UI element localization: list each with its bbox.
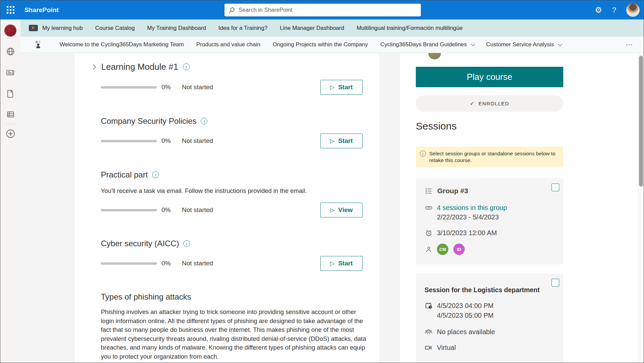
group-checkbox[interactable] [552, 184, 559, 191]
enrolled-button[interactable]: ✓ ENROLLED [416, 95, 563, 112]
nav-item-my-training-dashboard[interactable]: My Training Dashboard [147, 25, 206, 32]
progress-status: Not started [182, 260, 213, 267]
waffle-icon [7, 6, 14, 14]
sidebar-item-pages[interactable] [0, 89, 20, 98]
module-2-progress-row: 0% Not started ▷ Start [101, 134, 363, 148]
nav-item-multilingual-training[interactable]: Multilingual training/Formación multilin… [357, 25, 463, 32]
module-title: Company Security Policies [101, 116, 196, 126]
search-box[interactable] [224, 4, 421, 16]
group-date-range: 2/22/2023 - 5/4/2023 [437, 213, 555, 221]
module-description: You'll receive a task via email. Follow … [101, 187, 363, 196]
sessions-info-alert: Select session groups or standalone sess… [416, 147, 563, 167]
article-body: Phishing involves an attacker trying to … [101, 308, 366, 361]
module-title: Learning Module #1 [101, 62, 178, 72]
session-end: 4/5/2023 05:00 PM [437, 312, 555, 319]
module-4-progress-row: 0% Not started ▷ Start [101, 256, 363, 271]
session-checkbox[interactable] [552, 279, 559, 287]
mid-gutter [379, 53, 400, 363]
sidebar-item-lists[interactable] [0, 110, 20, 118]
progress-percent: 0% [162, 84, 182, 91]
help-icon[interactable]: ? [612, 6, 616, 14]
people-icon [425, 328, 433, 336]
calendar-clock-icon [425, 302, 433, 310]
module-3-header: Practical part [101, 169, 363, 181]
session-group-card: Group #3 4 sessions in this group 2/22/2… [416, 178, 563, 264]
nav-item-idea-for-a-training[interactable]: Idea for a Training? [218, 25, 267, 32]
sidebar-divider [4, 124, 17, 124]
play-icon: ▷ [330, 84, 334, 91]
module-4-header: Cyber security (AICC) [101, 238, 363, 250]
session-places: No places available [437, 328, 495, 336]
learning-hub-nav: My learning hub Course Catalog My Traini… [20, 19, 644, 37]
session-title: Session for the Logistics department [425, 286, 551, 294]
course-content-card: Learning Module #1 0% Not started ▷ Star… [75, 53, 379, 363]
group-list-icon [425, 187, 433, 195]
video-camera-icon [425, 344, 433, 352]
check-icon: ✓ [470, 100, 475, 107]
site-nav-products[interactable]: Products and value chain [196, 41, 260, 48]
site-nav-customer-service-analysis[interactable]: Customer Service Analysis [486, 41, 561, 48]
start-button[interactable]: ▷ Start [320, 256, 363, 271]
chevron-down-icon [471, 42, 475, 46]
group-title: Group #3 [437, 187, 468, 195]
site-logo [4, 24, 16, 37]
progress-bar [101, 86, 157, 89]
info-icon [420, 151, 426, 157]
page-canvas: Learning Module #1 0% Not started ▷ Star… [20, 53, 644, 363]
sidebar-item-add[interactable] [0, 129, 20, 139]
play-icon: ▷ [330, 260, 334, 267]
session-mode: Virtual [437, 344, 456, 352]
search-icon [229, 7, 235, 13]
training-video-icon [29, 25, 38, 31]
progress-status: Not started [182, 84, 213, 91]
news-icon [6, 69, 15, 77]
app-launcher-button[interactable] [0, 0, 20, 19]
play-course-button[interactable]: Play course [416, 67, 563, 87]
site-nav-welcome[interactable]: Welcome to the Cycling365Days Marketing … [60, 41, 184, 48]
search-input[interactable] [239, 7, 417, 13]
module-1-progress-row: 0% Not started ▷ Start [101, 80, 363, 95]
info-icon[interactable] [201, 118, 207, 124]
site-nav-brand-guidelines[interactable]: Cycling365Days Brand Guidelines [380, 41, 474, 48]
nav-item-line-manager-dashboard[interactable]: Line Manager Dashboard [280, 25, 344, 32]
vertical-scrollbar[interactable] [638, 53, 644, 363]
sidebar-item-news[interactable] [0, 69, 20, 77]
scrollbar-thumb[interactable] [639, 56, 643, 187]
attendee-avatar[interactable]: ID [453, 244, 465, 255]
instructor-avatar [428, 53, 441, 59]
module-2-header: Company Security Policies [101, 115, 363, 127]
site-nav: Welcome to the Cycling365Days Marketing … [20, 37, 644, 53]
start-button[interactable]: ▷ Start [320, 80, 363, 95]
standalone-session-card: Session for the Logistics department 4/5… [416, 273, 563, 363]
lists-icon [6, 110, 15, 118]
app-title: SharePoint [24, 6, 59, 14]
attendee-avatar[interactable]: CM [437, 244, 448, 255]
info-icon[interactable] [183, 240, 190, 247]
nav-item-course-catalog[interactable]: Course Catalog [95, 25, 135, 32]
chevron-down-icon [558, 42, 562, 46]
info-icon[interactable] [152, 171, 159, 178]
sidebar-item-site-home[interactable] [0, 19, 20, 37]
module-1-header[interactable]: Learning Module #1 [92, 60, 363, 73]
user-avatar[interactable] [626, 3, 640, 17]
settings-gear-icon[interactable]: ⚙ [595, 6, 602, 14]
module-3-progress-row: 0% Not started ▷ View [101, 203, 363, 217]
start-button[interactable]: ▷ Start [320, 134, 363, 148]
progress-bar [101, 209, 157, 211]
nav-item-my-learning-hub[interactable]: My learning hub [29, 25, 83, 32]
chevron-right-icon [92, 63, 96, 70]
play-icon: ▷ [330, 207, 334, 214]
site-nav-ongoing-projects[interactable]: Ongoing Projects within the Company [273, 41, 368, 48]
group-sessions-link[interactable]: 4 sessions in this group [437, 204, 507, 212]
view-button[interactable]: ▷ View [320, 203, 363, 217]
person-icon [425, 246, 433, 253]
top-app-bar: SharePoint ⚙ ? [0, 0, 644, 19]
progress-percent: 0% [162, 137, 182, 145]
sidebar-item-global[interactable] [0, 47, 20, 56]
nav-overflow-button[interactable]: … [626, 43, 634, 46]
document-icon [6, 89, 14, 98]
article-title: Types of phishing attacks [101, 290, 363, 304]
course-side-panel: Play course ✓ ENROLLED Sessions Select s… [400, 53, 579, 363]
info-icon[interactable] [183, 63, 190, 70]
alert-text: Select session groups or standalone sess… [429, 150, 559, 164]
